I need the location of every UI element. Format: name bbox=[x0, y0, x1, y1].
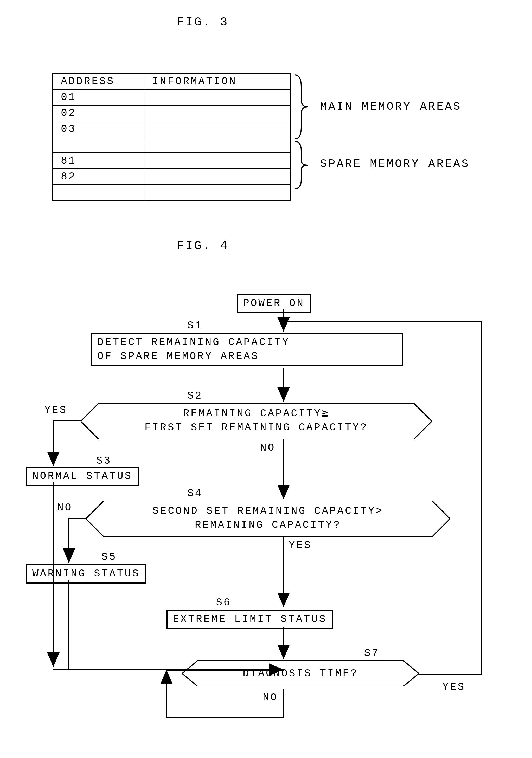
s2-no-label: NO bbox=[260, 442, 275, 454]
addr-cell bbox=[53, 137, 144, 153]
info-cell bbox=[144, 153, 291, 169]
s4-yes-label: YES bbox=[289, 539, 312, 551]
s6-box: EXTREME LIMIT STATUS bbox=[166, 610, 333, 629]
spare-memory-label: SPARE MEMORY AREAS bbox=[320, 157, 470, 170]
addr-cell: 02 bbox=[53, 105, 144, 121]
memory-table: ADDRESS INFORMATION 01 02 03 81 82 bbox=[52, 73, 291, 201]
s7-label: S7 bbox=[364, 647, 379, 659]
s7-text: DIAGNOSIS TIME? bbox=[203, 667, 398, 681]
brace-main-icon bbox=[294, 74, 314, 140]
s2-decision: REMAINING CAPACITY≧ FIRST SET REMAINING … bbox=[81, 403, 432, 439]
s2-yes-label: YES bbox=[44, 404, 67, 416]
main-memory-label: MAIN MEMORY AREAS bbox=[320, 100, 462, 113]
brace-spare-icon bbox=[294, 140, 314, 190]
addr-cell: 03 bbox=[53, 121, 144, 137]
s7-no-label: NO bbox=[263, 692, 278, 704]
s5-box: WARNING STATUS bbox=[26, 564, 146, 583]
s7-decision: DIAGNOSIS TIME? bbox=[182, 661, 419, 686]
s5-label: S5 bbox=[101, 551, 117, 563]
addr-cell: 01 bbox=[53, 89, 144, 105]
s6-label: S6 bbox=[216, 597, 231, 608]
addr-cell: 81 bbox=[53, 153, 144, 169]
info-cell bbox=[144, 185, 291, 201]
s1-box: DETECT REMAINING CAPACITY OF SPARE MEMOR… bbox=[91, 333, 403, 366]
fig4-title: FIG. 4 bbox=[177, 239, 229, 253]
info-cell bbox=[144, 89, 291, 105]
s1-label: S1 bbox=[187, 320, 203, 331]
info-cell bbox=[144, 137, 291, 153]
s7-yes-label: YES bbox=[442, 681, 465, 693]
s2-label: S2 bbox=[187, 390, 203, 402]
info-cell bbox=[144, 169, 291, 185]
col-address: ADDRESS bbox=[53, 73, 144, 89]
info-cell bbox=[144, 105, 291, 121]
s4-no-label: NO bbox=[57, 502, 73, 514]
col-info: INFORMATION bbox=[144, 73, 291, 89]
addr-cell: 82 bbox=[53, 169, 144, 185]
s4-label: S4 bbox=[187, 488, 203, 499]
s3-box: NORMAL STATUS bbox=[26, 467, 139, 486]
fig3-title: FIG. 3 bbox=[177, 16, 229, 29]
s4-text: SECOND SET REMAINING CAPACITY> REMAINING… bbox=[107, 504, 429, 532]
addr-cell bbox=[53, 185, 144, 201]
power-on-box: POWER ON bbox=[237, 294, 311, 313]
s2-text: REMAINING CAPACITY≧ FIRST SET REMAINING … bbox=[101, 407, 411, 435]
info-cell bbox=[144, 121, 291, 137]
s4-decision: SECOND SET REMAINING CAPACITY> REMAINING… bbox=[86, 500, 450, 537]
s3-label: S3 bbox=[96, 455, 112, 467]
